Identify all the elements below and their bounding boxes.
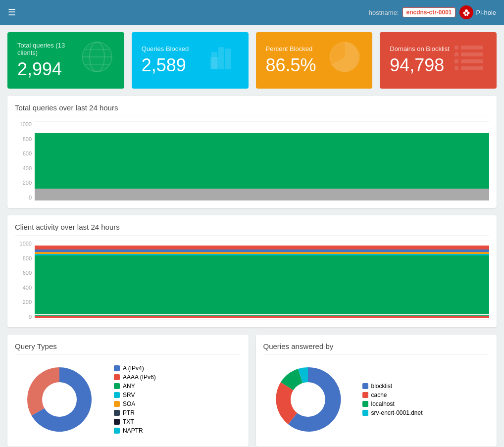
header: ☰ hostname: encdns-ctr-0001 Pi-hole: [0, 0, 504, 25]
stat-text-blocklist: Domains on Blocklist 94,798: [390, 45, 450, 76]
legend-label-naptr: NAPTR: [123, 427, 143, 434]
queries-answered-title: Queries answered by: [263, 342, 490, 355]
chart1-y-axis: 0 200 400 600 800 1000: [15, 121, 35, 200]
svg-point-45: [42, 382, 77, 417]
legend-item-cache: cache: [362, 392, 423, 398]
chart2-svg-area: [35, 241, 489, 320]
header-right: hostname: encdns-ctr-0001 Pi-hole: [369, 5, 496, 19]
svg-point-1: [463, 12, 465, 14]
stat-label-blocklist: Domains on Blocklist: [390, 45, 450, 52]
legend-dot-naptr: [114, 428, 120, 434]
pihole-logo: Pi-hole: [459, 5, 496, 19]
chart1-area: 0 200 400 600 800 1000: [15, 121, 489, 200]
svg-rect-20: [454, 59, 458, 63]
legend-item-srv-encrt: srv-encrt-0001.dnet: [362, 409, 423, 416]
legend-label-localhost: localhost: [371, 400, 395, 407]
queries-answered-content: blocklist cache localhost srv-encrt-0001…: [263, 360, 490, 439]
legend-item-soa: SOA: [114, 400, 156, 407]
hostname-value: encdns-ctr-0001: [403, 7, 455, 17]
stat-card-blocklist: Domains on Blocklist 94,798: [380, 32, 497, 89]
legend-label-aaaa-ipv6: AAAA (IPv6): [123, 374, 156, 381]
legend-label-srv: SRV: [123, 392, 135, 398]
query-types-title: Query Types: [15, 342, 241, 355]
queries-answered-donut: [263, 360, 353, 439]
svg-point-46: [291, 382, 325, 417]
stat-label-percent: Percent Blocked: [266, 45, 316, 52]
svg-rect-22: [454, 66, 458, 70]
svg-rect-21: [461, 59, 483, 63]
legend-item-aaaa-ipv6: AAAA (IPv6): [114, 374, 156, 381]
svg-point-3: [464, 14, 466, 16]
legend-item-ptr: PTR: [114, 409, 156, 416]
svg-rect-31: [35, 133, 489, 189]
legend-dot-txt: [114, 419, 120, 425]
svg-rect-19: [461, 52, 483, 56]
panel-queries-answered: Queries answered by: [256, 335, 497, 447]
svg-point-10: [82, 42, 112, 72]
legend-label-a-ipv4: A (IPv4): [123, 365, 144, 372]
legend-label-txt: TXT: [123, 418, 134, 425]
header-left: ☰: [8, 7, 16, 18]
stat-value-blocked: 2,589: [142, 55, 189, 76]
query-types-content: A (IPv4) AAAA (IPv6) ANY SRV SOA: [15, 360, 241, 439]
chart2-area: 0 200 400 600 800 1000: [15, 241, 489, 320]
list-icon: [452, 40, 487, 81]
query-types-donut: [15, 360, 104, 439]
legend-dot-ptr: [114, 410, 120, 416]
stat-value-blocklist: 94,798: [390, 55, 450, 76]
legend-dot-cache: [362, 392, 368, 398]
legend-item-a-ipv4: A (IPv4): [114, 365, 156, 372]
svg-rect-42: [35, 254, 489, 255]
stats-row: Total queries (13 clients) 2,994 Queries…: [0, 25, 504, 96]
legend-dot-srv: [114, 392, 120, 398]
pie-chart-icon: [328, 40, 362, 81]
legend-label-blocklist: blocklist: [371, 383, 393, 390]
legend-item-srv: SRV: [114, 392, 156, 398]
legend-dot-a-ipv4: [114, 365, 120, 371]
svg-rect-13: [225, 49, 231, 69]
hand-icon: [206, 40, 239, 81]
raspberry-icon: [459, 5, 473, 19]
chart2-y-axis: 0 200 400 600 800 1000: [15, 241, 35, 320]
legend-dot-any: [114, 383, 120, 389]
legend-dot-aaaa-ipv6: [114, 374, 120, 380]
legend-item-txt: TXT: [114, 418, 156, 425]
stat-label-total: Total queries (13 clients): [17, 42, 80, 56]
menu-icon[interactable]: ☰: [8, 7, 16, 18]
stat-card-queries-blocked: Queries Blocked 2,589: [132, 32, 249, 89]
stat-value-percent: 86.5%: [266, 55, 316, 76]
globe-icon: [80, 40, 114, 81]
brand-name: Pi-hole: [476, 9, 496, 16]
svg-rect-18: [454, 52, 458, 56]
svg-rect-16: [454, 46, 458, 50]
svg-rect-12: [218, 47, 224, 69]
queries-answered-legend: blocklist cache localhost srv-encrt-0001…: [362, 383, 423, 416]
stat-label-blocked: Queries Blocked: [142, 45, 189, 52]
hostname-label: hostname:: [369, 9, 399, 16]
legend-dot-blocklist: [362, 383, 368, 389]
legend-item-naptr: NAPTR: [114, 427, 156, 434]
chart1-svg-area: [35, 121, 489, 200]
legend-label-ptr: PTR: [123, 409, 135, 416]
svg-rect-44: [35, 314, 489, 315]
legend-item-any: ANY: [114, 383, 156, 390]
legend-label-srv-encrt: srv-encrt-0001.dnet: [371, 409, 423, 416]
stat-card-total-queries: Total queries (13 clients) 2,994: [7, 32, 124, 89]
legend-label-any: ANY: [123, 383, 135, 390]
chart-total-queries: Total queries over last 24 hours 0 200 4…: [7, 96, 497, 208]
bottom-row: Query Types A (IPv4): [7, 335, 497, 447]
stat-card-percent-blocked: Percent Blocked 86.5%: [256, 32, 373, 89]
legend-dot-srv-encrt: [362, 410, 368, 416]
svg-rect-17: [461, 46, 483, 50]
chart2-title: Client activity over last 24 hours: [15, 223, 489, 236]
stat-text-total: Total queries (13 clients) 2,994: [17, 42, 80, 80]
legend-dot-soa: [114, 401, 120, 407]
stat-value-total: 2,994: [17, 59, 80, 80]
svg-rect-43: [35, 316, 489, 318]
panel-query-types: Query Types A (IPv4): [7, 335, 249, 447]
svg-rect-39: [35, 246, 489, 249]
legend-label-soa: SOA: [123, 400, 135, 407]
svg-rect-23: [461, 66, 483, 70]
legend-item-localhost: localhost: [362, 400, 423, 407]
legend-label-cache: cache: [371, 392, 387, 398]
